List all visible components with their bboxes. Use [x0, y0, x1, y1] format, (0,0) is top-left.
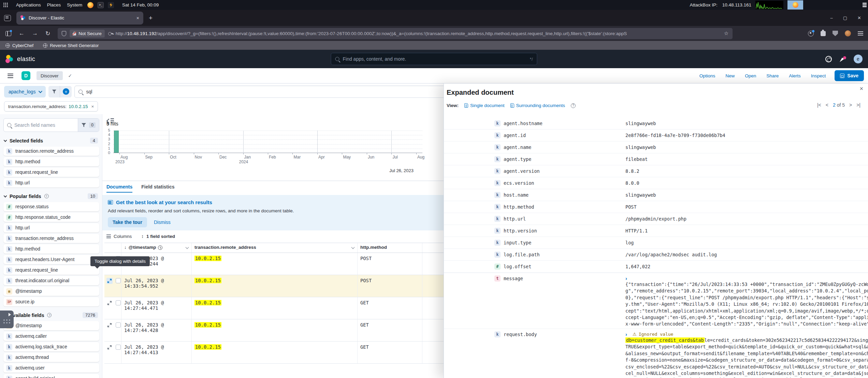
field-item[interactable]: k request.headers.User-Agent: [3, 255, 99, 264]
nav-menu-icon[interactable]: [8, 74, 13, 78]
app-grid-icon[interactable]: [3, 3, 8, 7]
data-view-picker[interactable]: apache_logs: [4, 86, 46, 97]
field-name[interactable]: http.version: [504, 228, 537, 233]
taskbar-firefox[interactable]: [787, 0, 803, 10]
dismiss-button[interactable]: Dismiss: [154, 220, 171, 225]
menu-system[interactable]: System: [64, 2, 85, 7]
toggle-details-icon[interactable]: [106, 300, 113, 306]
field-item[interactable]: k activemq.caller: [3, 332, 99, 341]
bookmark-cyberchef[interactable]: CyberChef: [5, 43, 33, 48]
remove-filter-icon[interactable]: ×: [91, 104, 94, 109]
filter-pill-remote-address[interactable]: transaction.remote_address: 10.0.2.15 ×: [4, 101, 98, 111]
account-icon[interactable]: [808, 31, 814, 36]
menu-places[interactable]: Places: [44, 2, 64, 7]
view-surrounding-documents[interactable]: Surrounding documents: [510, 103, 565, 108]
toggle-details-icon[interactable]: [106, 278, 113, 284]
histogram-bar[interactable]: [114, 131, 119, 153]
os-clock[interactable]: Sat 14 Feb, 00:09: [122, 0, 159, 10]
tab-close-icon[interactable]: ×: [136, 15, 139, 21]
field-search-input[interactable]: Search field names 0: [3, 118, 99, 132]
chevron-down-icon[interactable]: [186, 246, 189, 249]
field-item[interactable]: k activemq.user: [3, 363, 99, 373]
field-name[interactable]: message: [504, 276, 523, 281]
breadcrumb-discover[interactable]: Discover: [37, 71, 63, 80]
columns-button[interactable]: Columns: [106, 234, 132, 239]
user-avatar[interactable]: e: [854, 55, 863, 63]
back-button[interactable]: ←: [19, 30, 25, 37]
reload-button[interactable]: ↻: [45, 30, 50, 37]
view-single-document[interactable]: Single document: [464, 103, 505, 108]
window-maximize-icon[interactable]: ▢: [843, 15, 847, 20]
extensions-icon[interactable]: [821, 31, 826, 36]
firefox-launcher-icon[interactable]: [87, 2, 93, 8]
window-minimize-icon[interactable]: –: [830, 15, 833, 20]
space-badge[interactable]: D: [21, 71, 30, 80]
field-item[interactable]: k http.method: [3, 244, 99, 254]
news-icon[interactable]: [839, 56, 846, 62]
field-item[interactable]: k transaction.remote_address: [3, 147, 99, 156]
terminal-launcher-icon[interactable]: >_: [98, 2, 104, 8]
window-close-icon[interactable]: ✕: [857, 15, 861, 20]
histogram-chart[interactable]: 012345 Aug2023SepOctNovDecJan2024FebMarA…: [105, 131, 422, 175]
row-checkbox[interactable]: [116, 322, 121, 328]
close-icon[interactable]: ×: [859, 86, 863, 92]
field-name[interactable]: ecs.version: [504, 180, 534, 186]
section-selected-fields[interactable]: Selected fields 4: [4, 138, 98, 143]
help-icon[interactable]: ?: [571, 103, 576, 108]
field-name[interactable]: input.type: [504, 240, 531, 245]
field-item[interactable]: k transaction.remote_address: [3, 234, 99, 243]
row-checkbox[interactable]: [116, 278, 121, 283]
save-button[interactable]: Save: [835, 70, 864, 81]
global-search-input[interactable]: Find apps, content, and more. */: [331, 53, 537, 65]
field-item[interactable]: k http.url: [3, 178, 99, 187]
row-checkbox[interactable]: [116, 300, 121, 305]
url-bar[interactable]: Not Secure http://10.48.191.192/app/disc…: [58, 28, 733, 39]
field-item[interactable]: ▦ @timestamp: [3, 287, 99, 296]
tab-documents[interactable]: Documents: [106, 184, 132, 193]
row-checkbox[interactable]: [116, 345, 121, 350]
field-name[interactable]: agent.name: [504, 145, 531, 150]
field-name[interactable]: agent.hostname: [504, 121, 542, 126]
expand-value-icon[interactable]: ›: [625, 331, 627, 337]
field-item[interactable]: # http.response.status_code: [3, 213, 99, 222]
forward-button[interactable]: →: [32, 30, 38, 37]
field-item[interactable]: k agent.build.original: [3, 374, 99, 378]
toolbar-link[interactable]: Share: [766, 73, 779, 78]
header-remote-address[interactable]: transaction.remote_address: [192, 243, 358, 253]
field-name[interactable]: agent.id: [504, 133, 526, 138]
field-item[interactable]: # response.status: [3, 202, 99, 211]
not-secure-chip[interactable]: Not Secure: [70, 30, 105, 37]
toggle-details-icon[interactable]: [106, 322, 113, 328]
field-name[interactable]: http.url: [504, 216, 526, 222]
chevron-down-icon[interactable]: [351, 246, 355, 249]
field-filter-icon[interactable]: [82, 123, 86, 127]
field-name[interactable]: log.file.path: [504, 252, 540, 257]
sorted-fields-button[interactable]: ↕ 1 field sorted: [141, 234, 175, 239]
sidebar-toggle-icon[interactable]: [5, 31, 11, 36]
bookmark-reverse-shell[interactable]: Reverse Shell Generator: [43, 43, 99, 48]
next-page-icon[interactable]: >: [849, 102, 852, 108]
toggle-details-icon[interactable]: [106, 344, 113, 350]
toolbar-link[interactable]: Alerts: [789, 73, 801, 78]
menu-applications[interactable]: Applications: [13, 2, 44, 7]
help-icon[interactable]: ?: [47, 313, 52, 317]
browser-menu-icon[interactable]: [858, 31, 863, 35]
bookmark-star-icon[interactable]: ☆: [724, 30, 728, 36]
field-item[interactable]: k request.request_line: [3, 168, 99, 177]
toolbar-link[interactable]: Options: [699, 73, 715, 78]
toolbar-link[interactable]: Open: [745, 73, 756, 78]
section-popular-fields[interactable]: Popular fields ? 10: [4, 193, 98, 199]
saved-query-menu-button[interactable]: [48, 86, 60, 97]
field-item[interactable]: k http.url: [3, 223, 99, 232]
toolbar-link[interactable]: New: [725, 73, 735, 78]
field-name[interactable]: log.offset: [504, 264, 531, 269]
field-name[interactable]: request.body: [504, 332, 537, 337]
prev-page-icon[interactable]: <: [826, 102, 828, 108]
take-tour-button[interactable]: Take the tour: [108, 217, 147, 227]
expand-value-icon[interactable]: ›: [625, 275, 627, 281]
field-item[interactable]: k request.request_line: [3, 266, 99, 275]
profile-avatar[interactable]: [845, 30, 851, 36]
last-page-icon[interactable]: >|: [856, 102, 860, 108]
header-http-method[interactable]: http.method: [358, 243, 422, 253]
field-item[interactable]: IP source.ip: [3, 297, 99, 306]
